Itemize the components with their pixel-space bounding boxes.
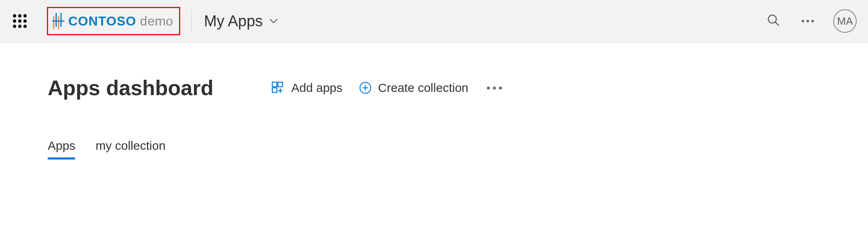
add-apps-label: Add apps [291, 81, 343, 95]
top-actions: MA [765, 9, 857, 33]
grid-plus-icon [271, 81, 285, 95]
app-dropdown-label: My Apps [204, 13, 263, 30]
tab-my-collection[interactable]: my collection [95, 139, 165, 159]
dot-icon [802, 20, 804, 22]
plus-circle-icon [359, 81, 372, 94]
main-content: Apps dashboard Add apps [0, 43, 868, 159]
svg-rect-9 [272, 88, 277, 92]
create-collection-button[interactable]: Create collection [359, 81, 468, 95]
create-collection-label: Create collection [378, 81, 468, 95]
app-dropdown[interactable]: My Apps [204, 13, 279, 30]
brand-mark-icon [52, 13, 64, 29]
brand-name: CONTOSO [68, 14, 136, 28]
svg-rect-7 [272, 82, 277, 87]
page-actions: Add apps Create collection [271, 81, 504, 95]
dot-icon [811, 20, 814, 22]
svg-line-6 [775, 22, 779, 26]
search-button[interactable] [765, 12, 782, 30]
app-launcher-icon[interactable] [11, 13, 28, 30]
header-more-button[interactable] [802, 20, 814, 22]
tab-label: my collection [95, 139, 165, 152]
search-icon [767, 13, 780, 29]
brand-logo-box: CONTOSO demo [47, 7, 180, 35]
svg-rect-8 [278, 82, 282, 87]
tabs: Apps my collection [48, 139, 868, 159]
chevron-down-icon [268, 16, 279, 26]
user-avatar[interactable]: MA [833, 9, 857, 33]
page-header-row: Apps dashboard Add apps [48, 76, 508, 100]
dot-icon [487, 87, 490, 89]
tab-apps[interactable]: Apps [48, 139, 75, 159]
add-apps-button[interactable]: Add apps [271, 81, 343, 95]
top-bar: CONTOSO demo My Apps MA [0, 0, 868, 43]
brand-suffix: demo [140, 14, 173, 28]
brand-text: CONTOSO demo [68, 14, 173, 29]
divider [192, 10, 192, 32]
page-title: Apps dashboard [48, 76, 213, 100]
dot-icon [499, 87, 502, 89]
dot-icon [807, 20, 809, 22]
dot-icon [493, 87, 496, 89]
tab-label: Apps [48, 139, 75, 152]
page-more-button[interactable] [485, 87, 504, 89]
avatar-initials: MA [837, 15, 853, 28]
